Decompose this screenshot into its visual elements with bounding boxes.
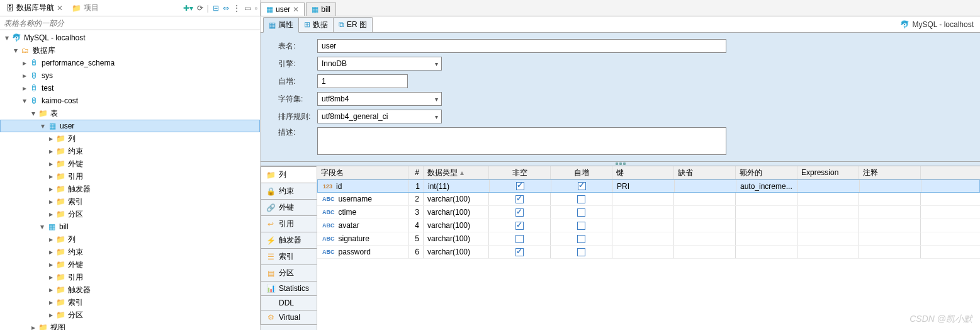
editor-tab-user[interactable]: ▦ user ✕: [261, 3, 305, 16]
checkbox-autoinc[interactable]: [578, 182, 586, 190]
chevron-down-icon[interactable]: ▾: [20, 96, 29, 105]
column-row[interactable]: 123id1int(11)PRIauto_increme...: [317, 179, 980, 193]
tree-table-user[interactable]: ▾ ▦ user: [0, 120, 260, 132]
tree-table-bill[interactable]: ▾ ▦ bill: [0, 220, 260, 233]
db-tree[interactable]: ▾ 🐬 MySQL - localhost ▾ 🗂 数据库 ▸ 🛢 perfor…: [0, 30, 260, 330]
tree-views[interactable]: ▸ 📁 视图: [0, 321, 260, 330]
column-row[interactable]: ABCsignature5varchar(100): [317, 232, 980, 246]
checkbox-autoinc[interactable]: [577, 235, 585, 243]
subtab-data[interactable]: ⊞ 数据: [298, 17, 334, 32]
tree-connection[interactable]: ▾ 🐬 MySQL - localhost: [0, 31, 260, 44]
select-engine[interactable]: [317, 57, 442, 71]
refresh-icon[interactable]: ⟳: [197, 4, 203, 13]
checkbox-notnull[interactable]: [515, 235, 524, 243]
chevron-right-icon[interactable]: ▸: [47, 147, 55, 156]
settings-icon[interactable]: ▫: [255, 4, 257, 13]
new-connection-icon[interactable]: ✚▾: [183, 4, 193, 13]
tree-folder[interactable]: ▸📁列: [0, 132, 260, 145]
menu-icon[interactable]: ⋮: [233, 4, 240, 13]
tree-folder[interactable]: ▸📁分区: [0, 309, 260, 321]
checkbox-autoinc[interactable]: [577, 208, 585, 217]
tree-db-sys[interactable]: ▸ 🛢 sys: [0, 69, 260, 82]
checkbox-autoinc[interactable]: [577, 248, 585, 256]
subtab-properties[interactable]: ▦ 属性: [263, 17, 299, 33]
textarea-description[interactable]: [317, 127, 726, 155]
tree-folder[interactable]: ▸📁索引: [0, 296, 260, 309]
col-header-default[interactable]: 缺省: [674, 166, 736, 179]
subtab-er[interactable]: ⧉ ER 图: [333, 17, 373, 32]
chevron-right-icon[interactable]: ▸: [20, 59, 29, 67]
select-charset[interactable]: [317, 92, 442, 106]
col-header-autoinc[interactable]: 自增: [551, 166, 612, 179]
column-row[interactable]: ABCpassword6varchar(100): [317, 246, 980, 259]
col-header-key[interactable]: 键: [612, 166, 674, 179]
chevron-right-icon[interactable]: ▸: [47, 159, 55, 168]
column-row[interactable]: ABCusername2varchar(100): [317, 193, 980, 206]
tree-folder[interactable]: ▸📁约束: [0, 246, 260, 258]
filter-input[interactable]: [0, 16, 260, 30]
tab-projects[interactable]: 📁 项目: [68, 1, 103, 14]
editor-tab-bill[interactable]: ▦ bill: [306, 3, 336, 16]
tree-databases[interactable]: ▾ 🗂 数据库: [0, 44, 260, 57]
col-header-notnull[interactable]: 非空: [489, 166, 551, 179]
select-collation[interactable]: [317, 110, 442, 123]
chevron-right-icon[interactable]: ▸: [47, 210, 55, 219]
chevron-right-icon[interactable]: ▸: [47, 185, 55, 193]
checkbox-autoinc[interactable]: [577, 222, 585, 230]
chevron-right-icon[interactable]: ▸: [47, 298, 55, 307]
checkbox-notnull[interactable]: [515, 222, 524, 230]
side-tab-ddl[interactable]: DDL: [261, 295, 317, 310]
chevron-right-icon[interactable]: ▸: [47, 273, 55, 282]
col-header-comment[interactable]: 注释: [859, 166, 921, 179]
link-icon[interactable]: ⇔: [223, 4, 229, 13]
column-row[interactable]: ABCctime3varchar(100): [317, 206, 980, 219]
chevron-right-icon[interactable]: ▸: [47, 248, 55, 256]
col-header-expr[interactable]: Expression: [797, 166, 859, 179]
column-row[interactable]: ABCavatar4varchar(100): [317, 219, 980, 232]
checkbox-autoinc[interactable]: [577, 195, 585, 203]
checkbox-notnull[interactable]: [515, 208, 524, 217]
tree-folder[interactable]: ▸📁引用: [0, 271, 260, 283]
chevron-right-icon[interactable]: ▸: [20, 84, 29, 93]
chevron-down-icon[interactable]: ▾: [29, 109, 38, 118]
col-header-name[interactable]: 字段名: [317, 166, 408, 179]
chevron-right-icon[interactable]: ▸: [29, 323, 38, 330]
tree-folder[interactable]: ▸📁分区: [0, 208, 260, 220]
tree-folder[interactable]: ▸📁约束: [0, 145, 260, 157]
chevron-right-icon[interactable]: ▸: [47, 134, 55, 143]
checkbox-notnull[interactable]: [515, 248, 524, 256]
col-header-num[interactable]: #: [408, 166, 424, 179]
chevron-right-icon[interactable]: ▸: [47, 172, 55, 181]
side-tab-索引[interactable]: ☰索引: [261, 248, 317, 265]
chevron-right-icon[interactable]: ▸: [47, 285, 55, 294]
tree-folder[interactable]: ▸📁外键: [0, 157, 260, 170]
tree-folder[interactable]: ▸📁列: [0, 233, 260, 246]
tree-folder[interactable]: ▸📁触发器: [0, 183, 260, 195]
input-autoinc[interactable]: [317, 74, 408, 88]
chevron-down-icon[interactable]: ▾: [38, 222, 47, 231]
tree-tables[interactable]: ▾ 📁 表: [0, 107, 260, 120]
collapse-icon[interactable]: ⊟: [213, 4, 219, 13]
side-tab-约束[interactable]: 🔒约束: [261, 183, 317, 200]
chevron-right-icon[interactable]: ▸: [47, 260, 55, 269]
checkbox-notnull[interactable]: [515, 195, 524, 203]
tree-folder[interactable]: ▸📁外键: [0, 258, 260, 271]
side-tab-外键[interactable]: 🔗外键: [261, 199, 317, 216]
tree-db-perf[interactable]: ▸ 🛢 performance_schema: [0, 57, 260, 69]
tree-db-test[interactable]: ▸ 🛢 test: [0, 82, 260, 94]
chevron-right-icon[interactable]: ▸: [47, 310, 55, 319]
chevron-down-icon[interactable]: ▾: [38, 122, 47, 130]
side-tab-触发器[interactable]: ⚡触发器: [261, 232, 317, 249]
tree-folder[interactable]: ▸📁触发器: [0, 283, 260, 296]
tree-folder[interactable]: ▸📁索引: [0, 195, 260, 208]
side-tab-virtual[interactable]: ⚙Virtual: [261, 310, 317, 325]
col-header-extra[interactable]: 额外的: [736, 166, 797, 179]
chevron-right-icon[interactable]: ▸: [47, 197, 55, 206]
side-tab-列[interactable]: 📁列: [261, 166, 317, 183]
checkbox-notnull[interactable]: [516, 182, 524, 190]
minimize-icon[interactable]: ▭: [244, 4, 251, 13]
chevron-right-icon[interactable]: ▸: [47, 235, 55, 244]
side-tab-statistics[interactable]: 📊Statistics: [261, 281, 317, 296]
chevron-right-icon[interactable]: ▸: [20, 71, 29, 80]
input-table-name[interactable]: [317, 39, 726, 53]
